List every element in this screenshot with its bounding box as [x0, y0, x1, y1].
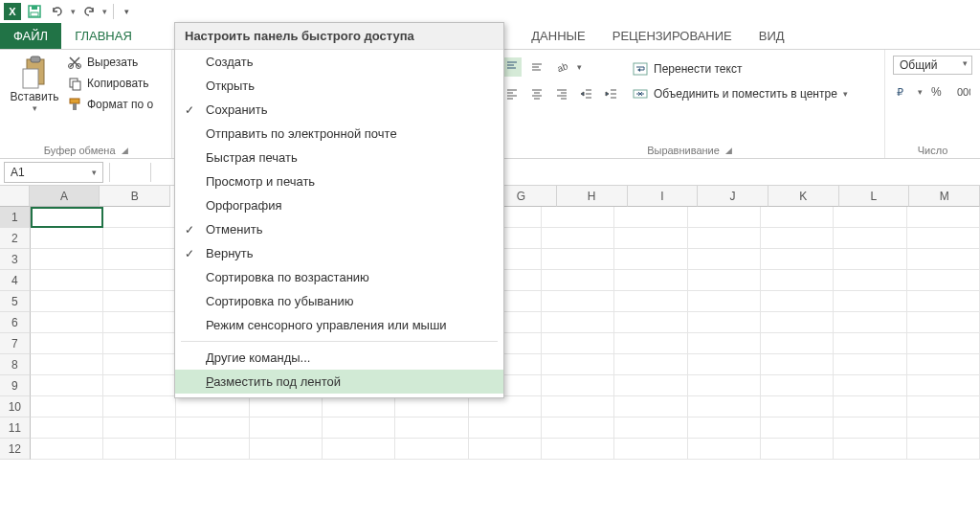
- row-header[interactable]: 5: [0, 291, 31, 312]
- cell[interactable]: [834, 312, 906, 333]
- cell[interactable]: [31, 439, 103, 460]
- orientation-dropdown-icon[interactable]: ▾: [577, 62, 582, 72]
- row-header[interactable]: 6: [0, 312, 31, 333]
- cell[interactable]: [834, 207, 906, 228]
- col-header[interactable]: B: [100, 186, 170, 207]
- cell[interactable]: [688, 333, 761, 354]
- cell[interactable]: [834, 333, 906, 354]
- menu-item[interactable]: Создать: [175, 50, 503, 74]
- cell[interactable]: [834, 228, 906, 249]
- cell[interactable]: [103, 354, 176, 375]
- cell[interactable]: [103, 396, 176, 417]
- cell[interactable]: [614, 439, 687, 460]
- cell[interactable]: [688, 375, 761, 396]
- row-header[interactable]: 9: [0, 375, 31, 396]
- cell[interactable]: [542, 270, 614, 291]
- menu-item[interactable]: ✓Отменить: [175, 217, 503, 241]
- cell[interactable]: [688, 439, 761, 460]
- cell[interactable]: [834, 270, 906, 291]
- cell[interactable]: [542, 396, 614, 417]
- cell[interactable]: [176, 396, 249, 417]
- cell[interactable]: [761, 333, 834, 354]
- cell[interactable]: [761, 354, 834, 375]
- alignment-dialog-launcher-icon[interactable]: ◢: [725, 146, 732, 155]
- menu-item[interactable]: Открыть: [175, 74, 503, 98]
- cell[interactable]: [542, 249, 614, 270]
- cell[interactable]: [834, 375, 906, 396]
- cell[interactable]: [542, 312, 614, 333]
- menu-item[interactable]: ✓Вернуть: [175, 241, 503, 265]
- cell[interactable]: [176, 439, 249, 460]
- col-header[interactable]: M: [909, 186, 980, 207]
- cell[interactable]: [907, 396, 980, 417]
- menu-item-more-commands[interactable]: Другие команды...: [175, 346, 503, 370]
- cell[interactable]: [542, 354, 614, 375]
- cell[interactable]: [103, 439, 176, 460]
- menu-item[interactable]: Режим сенсорного управления или мыши: [175, 313, 503, 337]
- cell[interactable]: [614, 333, 687, 354]
- cell[interactable]: [103, 228, 176, 249]
- cell[interactable]: [323, 439, 395, 460]
- align-middle-icon[interactable]: [527, 57, 546, 77]
- name-box[interactable]: A1 ▾: [4, 162, 103, 183]
- cell[interactable]: [761, 228, 834, 249]
- cell[interactable]: [469, 396, 542, 417]
- cell[interactable]: [469, 417, 542, 439]
- cell[interactable]: [614, 312, 687, 333]
- percent-format-icon[interactable]: %: [928, 82, 947, 102]
- cell[interactable]: [542, 333, 614, 354]
- row-header[interactable]: 11: [0, 417, 31, 439]
- cell[interactable]: [834, 249, 906, 270]
- menu-item[interactable]: Просмотр и печать: [175, 169, 503, 193]
- tab-home[interactable]: ГЛАВНАЯ: [61, 23, 145, 49]
- menu-item[interactable]: ✓Сохранить: [175, 98, 503, 122]
- col-header[interactable]: J: [698, 186, 768, 207]
- cell[interactable]: [31, 354, 103, 375]
- customize-qat-dropdown-icon[interactable]: ▾: [120, 2, 133, 21]
- col-header[interactable]: L: [839, 186, 910, 207]
- cell[interactable]: [907, 333, 980, 354]
- menu-item[interactable]: Сортировка по возрастанию: [175, 265, 503, 289]
- row-header[interactable]: 2: [0, 228, 31, 249]
- cell[interactable]: [542, 375, 614, 396]
- cell[interactable]: [614, 396, 687, 417]
- cell[interactable]: [688, 312, 761, 333]
- row-header[interactable]: 7: [0, 333, 31, 354]
- row-header[interactable]: 4: [0, 270, 31, 291]
- cell[interactable]: [834, 417, 906, 439]
- cell[interactable]: [761, 417, 834, 439]
- tab-review[interactable]: РЕЦЕНЗИРОВАНИЕ: [599, 23, 746, 49]
- cell[interactable]: [688, 396, 761, 417]
- cell[interactable]: [31, 207, 103, 228]
- cell[interactable]: [688, 207, 761, 228]
- cell[interactable]: [250, 439, 323, 460]
- cell[interactable]: [395, 396, 468, 417]
- cell[interactable]: [907, 291, 980, 312]
- cell[interactable]: [31, 249, 103, 270]
- copy-button[interactable]: Копировать: [67, 76, 153, 91]
- cell[interactable]: [907, 439, 980, 460]
- undo-dropdown-icon[interactable]: ▾: [71, 7, 76, 16]
- wrap-text-button[interactable]: Перенести текст: [633, 61, 848, 77]
- row-header[interactable]: 12: [0, 439, 31, 460]
- cell[interactable]: [103, 291, 176, 312]
- cell[interactable]: [323, 396, 395, 417]
- cell[interactable]: [761, 396, 834, 417]
- col-header[interactable]: I: [628, 186, 699, 207]
- align-center-icon[interactable]: [527, 84, 546, 103]
- cell[interactable]: [31, 312, 103, 333]
- cell[interactable]: [614, 354, 687, 375]
- cell[interactable]: [31, 375, 103, 396]
- cell[interactable]: [907, 312, 980, 333]
- cell[interactable]: [688, 291, 761, 312]
- row-header[interactable]: 8: [0, 354, 31, 375]
- cell[interactable]: [688, 417, 761, 439]
- cell[interactable]: [688, 249, 761, 270]
- menu-item[interactable]: Сортировка по убыванию: [175, 289, 503, 313]
- merge-dropdown-icon[interactable]: ▾: [843, 89, 848, 99]
- cell[interactable]: [614, 375, 687, 396]
- paste-button[interactable]: Вставить ▾: [8, 54, 61, 113]
- cell[interactable]: [103, 270, 176, 291]
- redo-dropdown-icon[interactable]: ▾: [102, 7, 107, 16]
- tab-view[interactable]: ВИД: [746, 23, 798, 49]
